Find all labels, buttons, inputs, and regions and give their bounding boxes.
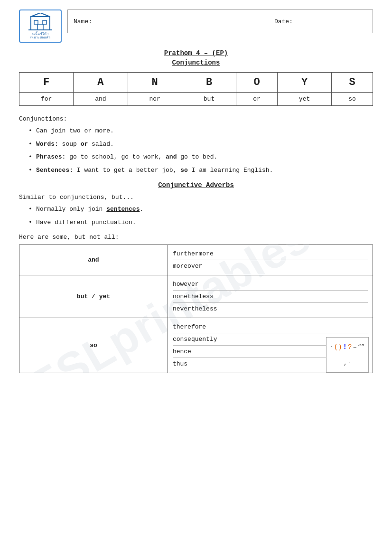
fanboys-word-and: and	[74, 93, 128, 106]
and-left-cell: and	[19, 245, 168, 275]
name-field: Name: ___________________	[74, 18, 166, 25]
conjunctions-title: Conjunctions	[19, 59, 373, 66]
fanboys-word-nor: nor	[128, 93, 182, 106]
punct-dash: –	[353, 343, 356, 351]
so-left-cell: so	[19, 318, 168, 373]
svg-rect-3	[37, 24, 43, 30]
fanboys-word-but: but	[182, 93, 236, 106]
bullet-sentences-only: Normally only join sentences.	[28, 205, 373, 214]
words-label: Words:	[36, 141, 58, 148]
intro-para: Similar to conjunctions, but...	[19, 194, 373, 201]
nonetheless: nonetheless	[173, 291, 368, 303]
bullet-phrases: Phrases: go to school, go to work, and g…	[28, 152, 373, 162]
fanboys-header-y: Y	[277, 73, 331, 93]
bullet-punctuation: Have different punctuation.	[28, 218, 373, 227]
conjunctions-label-text: Conjunctions:	[19, 115, 67, 122]
conjunctions-label: Conjunctions:	[19, 115, 373, 122]
punct-question: ?	[348, 343, 352, 351]
punct-comma: ,	[344, 359, 347, 367]
fanboys-header-o: O	[236, 73, 278, 93]
fanboys-header-b: B	[182, 73, 236, 93]
table-row-and: and furthermore moreover	[19, 245, 373, 275]
punct-dot: ·	[330, 344, 333, 349]
punct-parens: ()	[334, 343, 342, 351]
fanboys-header-n: N	[128, 73, 182, 93]
fanboys-word-so: so	[332, 93, 373, 106]
fanboys-word-row: forandnorbutoryetso	[19, 93, 373, 106]
bottom-section: and furthermore moreover but / yet howev…	[19, 245, 373, 373]
nevertheless: nevertheless	[173, 303, 368, 315]
conjunctions-bullet-list: Can join two or more. Words: soup or sal…	[28, 126, 373, 175]
fanboys-word-yet: yet	[277, 93, 331, 106]
fanboys-header-s: S	[332, 73, 373, 93]
logo: เอนั้นชัวิตักเหมาะสอนคำ	[19, 9, 62, 43]
but-yet-right-cell: however nonetheless nevertheless	[168, 275, 373, 318]
bullet-join: Can join two or more.	[28, 126, 373, 136]
page-title: Prathom 4 – (EP)	[19, 49, 373, 57]
svg-marker-4	[31, 13, 50, 17]
and-word: and	[166, 153, 177, 160]
punct-quotes: “”	[358, 344, 364, 350]
furthermore: furthermore	[173, 248, 368, 260]
svg-rect-1	[34, 20, 38, 24]
fanboys-word-or: or	[236, 93, 278, 106]
fanboys-header-row: FANBOYS	[19, 73, 373, 93]
punct-exclaim: !	[343, 343, 347, 351]
fanboys-header-f: F	[19, 73, 74, 93]
however: however	[173, 278, 368, 291]
here-para: Here are some, but not all:	[19, 234, 373, 241]
moreover: moreover	[173, 260, 368, 272]
adverbs-bullet-list: Normally only join sentences. Have diffe…	[28, 205, 373, 227]
svg-rect-0	[31, 17, 50, 30]
sentences-label: Sentences:	[36, 167, 73, 174]
name-date-box: Name: ___________________ Date: ________…	[67, 9, 373, 33]
bottom-table: and furthermore moreover but / yet howev…	[19, 245, 373, 373]
date-field: Date: ___________________	[274, 18, 367, 25]
svg-rect-2	[43, 20, 47, 24]
phrases-label: Phrases:	[36, 153, 65, 160]
fanboys-header-a: A	[74, 73, 128, 93]
bullet-words: Words: soup or salad.	[28, 140, 373, 149]
bullet-sentences: Sentences: I want to get a better job, s…	[28, 166, 373, 175]
punct-dot2: ·	[348, 360, 351, 366]
punctuation-box: · () ! ? – “” , ·	[326, 337, 369, 373]
so-word: so	[180, 167, 188, 174]
but-yet-left-cell: but / yet	[19, 275, 168, 318]
header: เอนั้นชัวิตักเหมาะสอนคำ Name: __________…	[19, 9, 373, 43]
logo-icon	[28, 13, 52, 31]
table-row-so: so therefore consequently hence thus · (…	[19, 318, 373, 373]
or-word: or	[81, 141, 88, 148]
fanboys-table: FANBOYS forandnorbutoryetso	[19, 72, 373, 106]
and-right-cell: furthermore moreover	[168, 245, 373, 275]
table-row-but-yet-2: but / yet however nonetheless neverthele…	[19, 275, 373, 318]
fanboys-word-for: for	[19, 93, 74, 106]
so-right-cell: therefore consequently hence thus · () !…	[168, 318, 373, 373]
logo-text: เอนั้นชัวิตักเหมาะสอนคำ	[30, 32, 50, 40]
conj-adverbs-title: Conjunctive Adverbs	[19, 181, 373, 189]
therefore: therefore	[173, 321, 368, 333]
sentences-underlined: sentences	[106, 206, 140, 213]
thus: thus · () ! ? – “” , ·	[173, 358, 368, 370]
